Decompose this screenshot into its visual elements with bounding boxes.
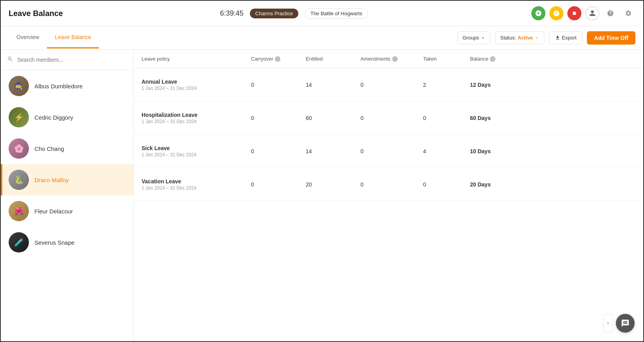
amendments-sick: 0 [361, 148, 423, 154]
taken-vacation: 0 [423, 181, 470, 188]
table-row-hospitalization: Hospitalization Leave 1 Jan 2024 – 31 De… [134, 102, 643, 135]
search-bar [1, 50, 133, 70]
policy-annual: Annual Leave 1 Jan 2024 – 31 Dec 2024 [142, 79, 251, 91]
leave-table: Leave policy Carryover i Entitled Amendm… [134, 50, 643, 341]
tab-leave-balance[interactable]: Leave Balance [47, 27, 99, 48]
entitled-sick: 14 [306, 148, 361, 154]
avatar-severus: 🧪 [9, 232, 29, 252]
table-row-sick: Sick Leave 1 Jan 2024 – 31 Dec 2024 0 14… [134, 135, 643, 168]
scroll-right-button[interactable] [603, 314, 613, 333]
balance-annual: 12 Days [470, 82, 540, 88]
search-icon [7, 56, 13, 64]
entitled-hospitalization: 60 [306, 115, 361, 121]
settings-icon[interactable] [621, 6, 635, 20]
reset-annual-button[interactable] [555, 79, 568, 91]
edit-vacation-button[interactable] [540, 178, 553, 191]
add-time-off-button[interactable]: Add Time Off [587, 31, 635, 45]
tab-overview[interactable]: Overview [9, 27, 47, 48]
amendments-vacation: 0 [361, 181, 423, 188]
battle-badge[interactable]: The Battle of Hogwarts [305, 8, 368, 19]
balance-vacation: 20 Days [470, 181, 540, 188]
groups-button[interactable]: Groups [457, 31, 491, 44]
export-button[interactable]: Export [549, 31, 583, 44]
table-row-annual: Annual Leave 1 Jan 2024 – 31 Dec 2024 0 … [134, 68, 643, 102]
reset-hospitalization-button[interactable] [555, 112, 568, 124]
reset-sick-button[interactable] [555, 145, 568, 158]
avatar-draco: 🐍 [9, 170, 29, 190]
taken-hospitalization: 0 [423, 115, 470, 121]
page-title: Leave Balance [9, 9, 63, 18]
red-stop-icon[interactable] [567, 6, 581, 20]
col-leave-policy: Leave policy [142, 56, 251, 62]
member-name-severus: Severus Snape [34, 239, 75, 246]
amendments-info-icon[interactable]: i [392, 56, 398, 62]
col-balance: Balance i [470, 56, 540, 62]
edit-hospitalization-button[interactable] [540, 112, 553, 124]
carryover-info-icon[interactable]: i [275, 56, 280, 62]
carryover-vacation: 0 [251, 181, 306, 188]
member-item-fleur[interactable]: 🌺 Fleur Delacour [1, 195, 133, 227]
entitled-vacation: 20 [306, 181, 361, 188]
avatar-cho: 🌸 [9, 138, 29, 159]
avatar-fleur: 🌺 [9, 201, 29, 221]
policy-sick: Sick Leave 1 Jan 2024 – 31 Dec 2024 [142, 145, 251, 158]
header-time: 6:39:45 [220, 9, 244, 18]
amendments-hospitalization: 0 [361, 115, 423, 121]
carryover-hospitalization: 0 [251, 115, 306, 121]
balance-hospitalization: 60 Days [470, 115, 540, 121]
avatar-cedric: ⚡ [9, 107, 29, 127]
member-name-cedric: Cedric Diggory [34, 114, 73, 121]
avatar-dumbledore: 🧙 [9, 76, 29, 96]
member-name-dumbledore: Albus Dumbledore [34, 83, 83, 90]
policy-hospitalization: Hospitalization Leave 1 Jan 2024 – 31 De… [142, 112, 251, 124]
table-row-vacation: Vacation Leave 1 Jan 2024 – 31 Dec 2024 … [134, 168, 643, 201]
col-actions [540, 56, 572, 62]
member-item-cedric[interactable]: ⚡ Cedric Diggory [1, 102, 133, 133]
taken-annual: 2 [423, 82, 470, 88]
green-icon[interactable] [531, 6, 545, 20]
col-amendments: Amendments i [361, 56, 423, 62]
search-input[interactable] [17, 57, 127, 63]
edit-annual-button[interactable] [540, 79, 553, 91]
taken-sick: 4 [423, 148, 470, 154]
table-header: Leave policy Carryover i Entitled Amendm… [134, 50, 643, 68]
policy-vacation: Vacation Leave 1 Jan 2024 – 31 Dec 2024 [142, 178, 251, 191]
balance-sick: 10 Days [470, 148, 540, 154]
chat-bubble[interactable] [616, 314, 635, 333]
user-outline-icon[interactable] [585, 6, 599, 20]
members-sidebar: 🧙 Albus Dumbledore ⚡ Cedric Diggory 🌸 Ch… [1, 50, 134, 341]
member-name-draco: Draco Malfoy [34, 177, 69, 183]
member-item-dumbledore[interactable]: 🧙 Albus Dumbledore [1, 70, 133, 102]
status-filter[interactable]: Status: Active [495, 31, 544, 44]
col-entitled: Entitled [306, 56, 361, 62]
member-item-severus[interactable]: 🧪 Severus Snape [1, 227, 133, 258]
balance-info-icon[interactable]: i [490, 56, 495, 62]
question-icon[interactable] [603, 6, 617, 20]
carryover-annual: 0 [251, 82, 306, 88]
member-name-fleur: Fleur Delacour [34, 208, 73, 215]
carryover-sick: 0 [251, 148, 306, 154]
yellow-icon[interactable] [549, 6, 563, 20]
amendments-annual: 0 [361, 82, 423, 88]
edit-sick-button[interactable] [540, 145, 553, 158]
reset-vacation-button[interactable] [555, 178, 568, 191]
col-carryover: Carryover i [251, 56, 306, 62]
entitled-annual: 14 [306, 82, 361, 88]
charms-badge[interactable]: Charms Practice [250, 9, 298, 18]
member-item-cho[interactable]: 🌸 Cho Chang [1, 133, 133, 164]
svg-rect-0 [573, 12, 576, 15]
member-item-draco[interactable]: 🐍 Draco Malfoy [1, 164, 133, 195]
member-name-cho: Cho Chang [34, 145, 64, 152]
col-taken: Taken [423, 56, 470, 62]
